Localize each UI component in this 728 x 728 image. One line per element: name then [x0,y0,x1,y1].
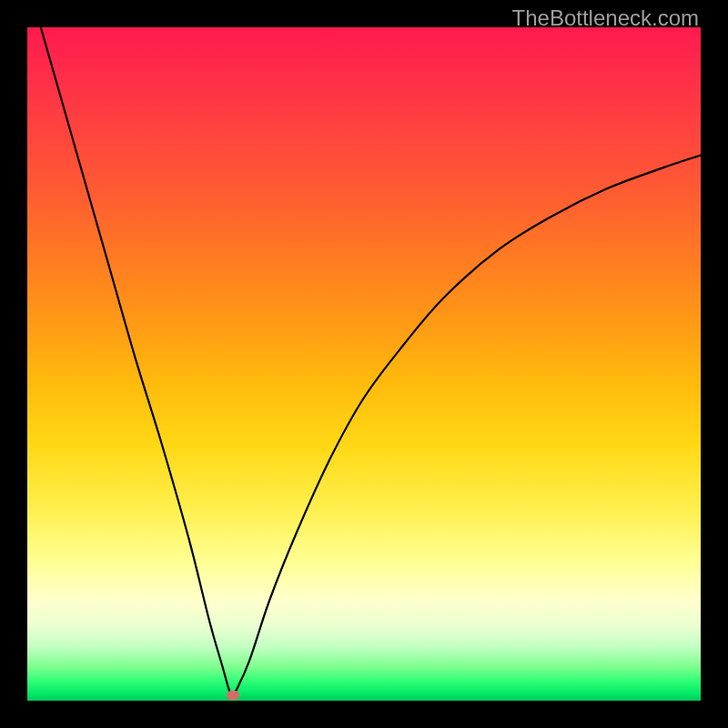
chart-frame: TheBottleneck.com [0,0,728,728]
plot-area [27,27,701,701]
optimal-point-marker [227,691,239,700]
bottleneck-curve [27,27,701,701]
watermark-text: TheBottleneck.com [512,5,699,31]
